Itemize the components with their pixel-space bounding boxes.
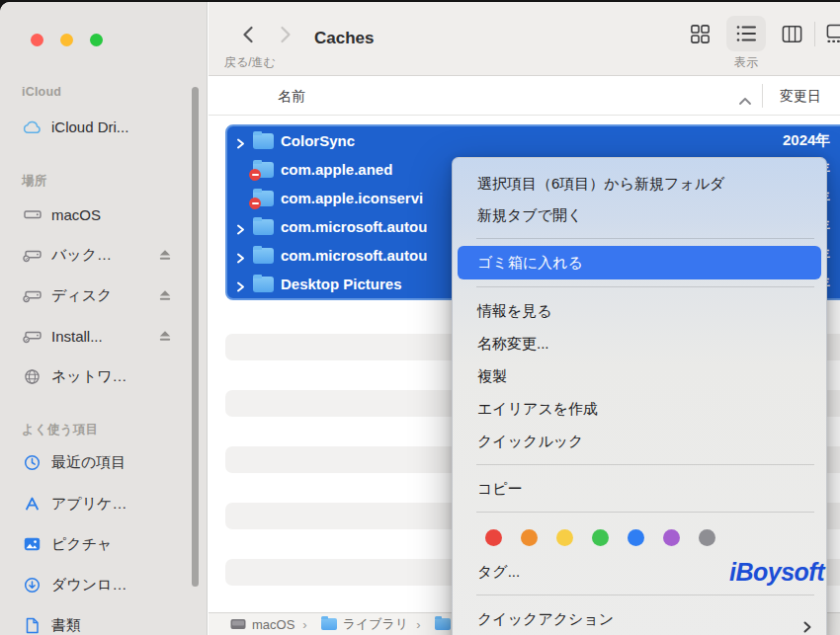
menu-item-new-folder-from-selection[interactable]: 選択項目（6項目）から新規フォルダ: [453, 168, 826, 199]
folder-mini-icon: [435, 618, 451, 630]
tag-color-row: [453, 519, 826, 555]
sidebar-item-pictures[interactable]: ピクチャ: [0, 531, 208, 557]
sidebar-item-label: Install...: [51, 328, 103, 345]
menu-item-move-to-trash[interactable]: ゴミ箱に入れる: [458, 246, 821, 279]
sort-ascending-icon[interactable]: [738, 92, 752, 110]
internal-drive-icon: [22, 205, 42, 223]
disclosure-triangle-icon[interactable]: [235, 221, 246, 232]
view-caption: 表示: [726, 54, 766, 71]
sidebar-scrollbar[interactable]: [192, 87, 199, 587]
menu-item-label: クイックアクション: [477, 610, 614, 627]
restricted-badge-icon: [249, 169, 261, 181]
menu-item-get-info[interactable]: 情報を見る: [453, 294, 826, 327]
column-view-button[interactable]: [778, 19, 805, 48]
folder-icon: [253, 162, 274, 178]
sidebar-item-applications[interactable]: アプリケ…: [0, 491, 208, 516]
sidebar-section-locations: 場所: [22, 173, 46, 190]
folder-icon: [253, 248, 274, 264]
path-crumb-library[interactable]: ライブラリ: [294, 615, 408, 633]
column-header-name[interactable]: 名前: [278, 76, 305, 116]
disclosure-triangle-icon[interactable]: [235, 250, 246, 261]
disclosure-triangle-icon[interactable]: [235, 135, 246, 146]
tag-green[interactable]: [592, 529, 609, 546]
gallery-view-button[interactable]: [822, 19, 840, 48]
sidebar-item-label: 最近の項目: [51, 453, 126, 472]
folder-mini-icon: [321, 618, 337, 630]
minimize-window-button[interactable]: [60, 34, 73, 46]
file-name: com.apple.iconservi: [281, 190, 423, 206]
icon-view-button[interactable]: [686, 19, 714, 48]
tag-red[interactable]: [485, 529, 502, 546]
back-forward-caption: 戻る/進む: [224, 54, 276, 71]
file-row[interactable]: ColorSync 2024年: [227, 126, 840, 155]
sidebar-item-macos[interactable]: macOS: [0, 201, 208, 227]
submenu-chevron-icon: [802, 612, 812, 635]
sidebar-item-label: アプリケ…: [51, 495, 126, 514]
menu-separator: [476, 512, 814, 513]
menu-item-rename[interactable]: 名称変更...: [453, 327, 826, 359]
sidebar-item-documents[interactable]: 書類: [0, 612, 208, 635]
eject-icon[interactable]: [158, 289, 172, 302]
back-button[interactable]: [236, 22, 260, 47]
sidebar-item-label: macOS: [51, 206, 101, 223]
folder-icon: [253, 277, 274, 292]
sidebar-item-network[interactable]: ネットワ…: [0, 363, 208, 389]
finder-window: iCloud iCloud Dri... 場所 macOS バック…: [0, 2, 840, 635]
pictures-icon: [22, 535, 42, 553]
sidebar-item-install-disk[interactable]: Install...: [0, 323, 208, 349]
eject-icon[interactable]: [158, 249, 172, 262]
menu-item-duplicate[interactable]: 複製: [453, 359, 826, 392]
iboysoft-watermark: iBoysoft: [729, 558, 824, 587]
disclosure-triangle-icon[interactable]: [235, 278, 246, 289]
file-name: com.apple.aned: [281, 161, 392, 178]
external-drive-icon: [22, 286, 42, 304]
menu-item-quick-look[interactable]: クイックルック: [453, 425, 826, 457]
downloads-icon: [22, 576, 42, 594]
sidebar-item-label: ディスク: [51, 286, 112, 305]
file-date: 2024年: [783, 131, 830, 150]
documents-icon: [22, 616, 42, 634]
tag-blue[interactable]: [628, 529, 644, 546]
sidebar-item-icloud-drive[interactable]: iCloud Dri...: [0, 114, 208, 139]
menu-item-copy[interactable]: コピー: [453, 472, 826, 505]
column-headers: 名前 変更日: [209, 76, 840, 116]
folder-icon: [253, 133, 274, 149]
tag-purple[interactable]: [663, 529, 680, 546]
menu-separator: [476, 464, 814, 465]
network-globe-icon: [22, 367, 42, 385]
folder-icon: [253, 219, 274, 235]
file-name: ColorSync: [281, 132, 355, 149]
tag-yellow[interactable]: [556, 529, 573, 546]
file-name: com.microsoft.autou: [281, 218, 427, 235]
column-header-date-modified[interactable]: 変更日: [780, 76, 821, 116]
sidebar-item-label: iCloud Dri...: [51, 119, 128, 135]
menu-item-quick-actions[interactable]: クイックアクション: [453, 602, 826, 635]
menu-item-open-in-new-tab[interactable]: 新規タブで開く: [453, 199, 826, 231]
toolbar: 戻る/進む Caches 表示: [209, 2, 840, 76]
sidebar-item-recents[interactable]: 最近の項目: [0, 449, 208, 475]
external-drive-icon: [22, 327, 42, 345]
path-crumb-current[interactable]: [408, 617, 450, 632]
eject-icon[interactable]: [158, 330, 172, 343]
column-divider[interactable]: [762, 84, 763, 108]
sidebar-item-disk[interactable]: ディスク: [0, 282, 208, 308]
zoom-window-button[interactable]: [90, 34, 103, 46]
tag-gray[interactable]: [699, 529, 715, 546]
path-crumb-macos[interactable]: macOS: [230, 617, 294, 632]
tag-orange[interactable]: [521, 529, 538, 546]
sidebar-item-label: バック…: [51, 246, 112, 265]
close-window-button[interactable]: [31, 34, 43, 46]
menu-separator: [476, 238, 814, 239]
sidebar-item-downloads[interactable]: ダウンロ…: [0, 572, 208, 597]
list-view-button[interactable]: [726, 16, 766, 51]
sidebar-item-label: ピクチャ: [51, 535, 112, 554]
window-title: Caches: [314, 29, 374, 48]
sidebar-section-icloud: iCloud: [22, 85, 61, 99]
external-drive-icon: [22, 246, 42, 264]
drive-mini-icon: [230, 618, 246, 630]
menu-item-make-alias[interactable]: エイリアスを作成: [453, 392, 826, 425]
sidebar-item-backup-disk[interactable]: バック…: [0, 242, 208, 268]
file-name: com.microsoft.autou: [281, 247, 427, 264]
sidebar-item-label: ダウンロ…: [51, 576, 126, 595]
forward-button[interactable]: [274, 22, 297, 47]
